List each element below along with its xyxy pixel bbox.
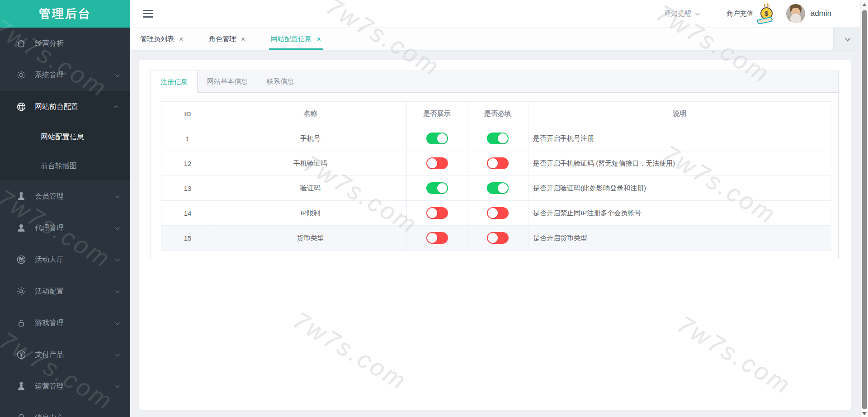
globe-icon <box>15 101 27 113</box>
sidebar-item-10[interactable]: 消息中心 <box>0 402 130 417</box>
cell-id: 1 <box>161 126 214 151</box>
cell-required <box>467 126 528 151</box>
cell-name: IP限制 <box>214 201 407 226</box>
sidebar-item-label: 运营管理 <box>35 382 115 391</box>
cell-name: 手机验证码 <box>214 151 407 176</box>
toggle-required[interactable] <box>487 133 509 144</box>
sidebar: 管理后台 经营分析系统管理网站前台配置网站配置信息前台轮播图会员管理代理管理活动… <box>0 0 130 417</box>
sidebar-subitem-label: 网站配置信息 <box>41 133 84 142</box>
close-icon[interactable]: × <box>241 35 245 43</box>
content-pane: 注册信息网站基本信息联系信息 ID名称是否展示是否必填说明 1手机号是否开启手机… <box>139 60 851 410</box>
column-header-1: 名称 <box>214 102 407 126</box>
merchant-recharge-button[interactable]: 商户充值 $ <box>726 4 775 23</box>
sidebar-item-6[interactable]: 活动配置 <box>0 275 130 307</box>
cell-name: 货币类型 <box>214 226 407 251</box>
sidebar-item-label: 代理管理 <box>35 223 115 233</box>
cell-desc: 是否开启禁止同IP注册多个会员帐号 <box>528 201 831 226</box>
scroll-up-arrow-icon[interactable] <box>862 3 867 6</box>
operator-icon <box>15 380 27 392</box>
bell-icon <box>15 412 27 417</box>
sidebar-item-3[interactable]: 会员管理 <box>0 180 130 212</box>
cell-show <box>407 176 467 201</box>
toggle-required[interactable] <box>487 182 509 194</box>
content-area: 注册信息网站基本信息联系信息 ID名称是否展示是否必填说明 1手机号是否开启手机… <box>130 51 860 417</box>
page-tab-2[interactable]: 网站配置信息× <box>269 28 323 50</box>
settings-tabs: 注册信息网站基本信息联系信息 <box>151 71 838 93</box>
sidebar-item-label: 支付产品 <box>35 350 115 360</box>
close-icon[interactable]: × <box>316 35 321 43</box>
cell-show <box>407 126 467 151</box>
sidebar-item-label: 消息中心 <box>35 413 115 417</box>
settings-tab-2[interactable]: 联系信息 <box>257 71 303 92</box>
settings-tab-0[interactable]: 注册信息 <box>151 71 198 93</box>
yen-icon <box>15 349 27 360</box>
cell-id: 13 <box>161 176 214 201</box>
scroll-down-arrow-icon[interactable] <box>862 412 867 415</box>
home-icon <box>15 38 27 49</box>
sidebar-subitem-1[interactable]: 前台轮播图 <box>0 152 130 180</box>
app-title: 管理后台 <box>0 0 130 28</box>
chevron-down-icon <box>695 11 700 15</box>
page-tab-1[interactable]: 角色管理× <box>207 28 247 50</box>
toggle-show[interactable] <box>426 232 448 244</box>
cell-required <box>467 151 528 176</box>
sidebar-item-1[interactable]: 系统管理 <box>0 59 130 91</box>
close-icon[interactable]: × <box>179 35 184 43</box>
settings-card: 注册信息网站基本信息联系信息 ID名称是否展示是否必填说明 1手机号是否开启手机… <box>151 71 839 259</box>
sidebar-group: 网站前台配置网站配置信息前台轮播图 <box>0 91 130 180</box>
toggle-required[interactable] <box>487 232 509 244</box>
toggle-show[interactable] <box>426 207 448 219</box>
settings-tab-1[interactable]: 网站基本信息 <box>198 71 257 92</box>
sidebar-item-9[interactable]: 运营管理 <box>0 370 130 402</box>
username[interactable]: admin <box>811 9 831 18</box>
cell-id: 15 <box>161 226 214 251</box>
hamburger-menu-icon[interactable] <box>143 10 153 18</box>
avatar[interactable] <box>786 4 805 23</box>
chevron-down-icon <box>115 194 120 198</box>
sidebar-item-label: 会员管理 <box>35 192 115 201</box>
cell-name: 手机号 <box>214 126 407 151</box>
table-row-3: 14IP限制是否开启禁止同IP注册多个会员帐号 <box>161 201 831 226</box>
toggle-required[interactable] <box>487 157 509 169</box>
tabs-dropdown-button[interactable] <box>833 28 860 50</box>
cog-icon <box>15 285 27 297</box>
cell-required <box>467 201 528 226</box>
sidebar-item-4[interactable]: 代理管理 <box>0 212 130 244</box>
toggle-show[interactable] <box>426 133 448 144</box>
sidebar-item-0[interactable]: 经营分析 <box>0 28 130 59</box>
chevron-down-icon <box>115 320 120 325</box>
toggle-required[interactable] <box>487 207 509 219</box>
sidebar-item-label: 经营分析 <box>35 39 118 48</box>
table-row-4: 15货币类型是否开启货币类型 <box>161 226 831 251</box>
chevron-down-icon <box>115 289 120 293</box>
notifications-dropdown[interactable]: 通知提醒 <box>664 9 698 18</box>
settings-tab-label: 网站基本信息 <box>207 77 248 86</box>
cell-desc: 是否开启验证码(此处影响登录和注册) <box>528 176 831 201</box>
cell-show <box>407 201 467 226</box>
table-row-1: 12手机验证码是否开启手机验证码 (暂无短信接口，无法使用) <box>161 151 831 176</box>
sidebar-item-8[interactable]: 支付产品 <box>0 339 130 370</box>
sidebar-subitem-0[interactable]: 网站配置信息 <box>0 123 130 152</box>
cell-name: 验证码 <box>214 176 407 201</box>
header-right: 通知提醒 商户充值 $ admin <box>664 4 831 23</box>
page-tabbar: 管理员列表×角色管理×网站配置信息× <box>130 28 860 51</box>
chevron-down-icon <box>115 72 120 77</box>
sidebar-item-2[interactable]: 网站前台配置 <box>0 91 130 123</box>
table-row-0: 1手机号是否开启手机号注册 <box>161 126 831 151</box>
scrollbar-thumb[interactable] <box>862 10 867 409</box>
sidebar-item-label: 游戏管理 <box>35 318 115 328</box>
page-tab-0[interactable]: 管理员列表× <box>138 28 185 50</box>
chevron-down-icon <box>845 35 851 41</box>
column-header-0: ID <box>161 102 214 126</box>
cell-required <box>467 226 528 251</box>
cell-show <box>407 226 467 251</box>
chevron-down-icon <box>115 257 120 261</box>
sidebar-item-5[interactable]: 活动大厅 <box>0 244 130 275</box>
toggle-show[interactable] <box>426 182 448 194</box>
sidebar-item-7[interactable]: 游戏管理 <box>0 307 130 339</box>
member-icon <box>15 190 27 202</box>
gear-icon <box>15 69 27 81</box>
lock-icon <box>15 317 27 329</box>
toggle-show[interactable] <box>426 157 448 169</box>
settings-tab-label: 联系信息 <box>267 77 294 86</box>
